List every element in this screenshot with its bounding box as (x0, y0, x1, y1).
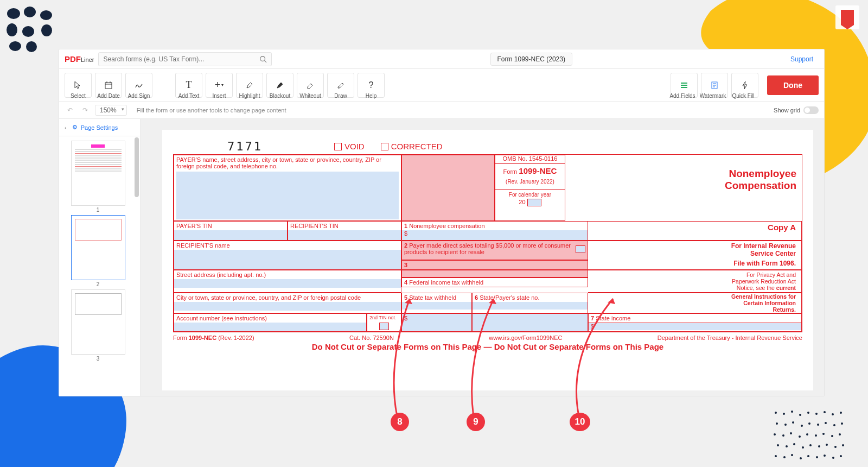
svg-point-41 (818, 445, 820, 447)
help-icon: ? (369, 80, 374, 91)
page-settings-label[interactable]: Page Settings (81, 124, 118, 131)
do-not-cut-warning: Do Not Cut or Separate Forms on This Pag… (173, 342, 802, 351)
box6-field[interactable] (473, 302, 588, 310)
svg-point-26 (841, 422, 843, 425)
tool-whiteout[interactable] (297, 73, 324, 98)
tool-watermark[interactable] (701, 73, 728, 98)
calendar-icon (104, 80, 113, 91)
svg-point-50 (816, 456, 818, 458)
svg-point-43 (834, 446, 837, 448)
svg-rect-62 (681, 87, 687, 88)
form-title-line2: Compensation (565, 180, 796, 192)
svg-point-10 (783, 413, 785, 415)
zoom-select[interactable]: 150% (95, 105, 127, 116)
svg-point-7 (26, 41, 37, 52)
thumbnail-page-3[interactable]: 3 (71, 289, 125, 362)
bg-decoration-dots-bottomright (770, 407, 852, 467)
svg-point-51 (824, 455, 826, 457)
watermark-icon (710, 80, 719, 91)
copy-a-line2: Service Center (590, 250, 796, 257)
plus-icon: +▾ (215, 80, 224, 91)
tool-add-text[interactable]: T (175, 73, 202, 98)
form-1099-grid: PAYER'S name, street address, city or to… (173, 154, 802, 332)
year-field[interactable] (527, 199, 541, 206)
tool-add-sign[interactable] (125, 73, 152, 98)
box7-label: State income (596, 315, 630, 321)
sidebar-scrollbar[interactable] (135, 137, 139, 197)
2nd-tin-checkbox[interactable] (379, 323, 389, 330)
svg-point-2 (40, 10, 52, 20)
box1-field[interactable]: $ (402, 230, 588, 240)
2nd-tin-label: 2nd TIN not. (369, 315, 399, 320)
toggle-switch[interactable] (803, 106, 819, 114)
form-title-line1: Nonemployee (565, 168, 796, 180)
box6-field-2[interactable] (472, 313, 588, 332)
svg-point-49 (807, 455, 809, 457)
box5-field-2[interactable]: $ (401, 313, 472, 332)
tool-add-date[interactable] (95, 73, 122, 98)
corrected-checkbox[interactable] (381, 143, 388, 150)
svg-point-1 (24, 7, 36, 17)
svg-point-38 (793, 443, 795, 445)
redo-button[interactable]: ↷ (80, 105, 91, 116)
tool-highlight[interactable] (236, 73, 263, 98)
search-icon[interactable] (259, 55, 267, 65)
street-field[interactable] (174, 279, 401, 288)
svg-point-35 (839, 433, 841, 436)
thumb-1-number: 1 (71, 207, 125, 213)
thumbnail-page-2[interactable]: 2 (71, 215, 125, 287)
show-grid-label: Show grid (774, 107, 800, 113)
copy-a-heading: Copy A (590, 223, 796, 232)
collapse-sidebar-button[interactable]: ‹ (62, 124, 69, 131)
payer-tin-label: PAYER'S TIN (176, 223, 285, 229)
city-label: City or town, state or province, country… (176, 294, 399, 301)
svg-point-16 (832, 413, 834, 415)
svg-point-31 (806, 433, 808, 436)
tool-add-fields[interactable] (671, 73, 698, 98)
void-checkbox[interactable] (334, 143, 342, 150)
page-settings-icon: ⚙ (72, 124, 78, 131)
svg-point-14 (815, 413, 818, 415)
done-button[interactable]: Done (767, 75, 819, 95)
doc-title[interactable]: Form 1099-NEC (2023) (490, 53, 572, 66)
city-field[interactable] (174, 302, 401, 311)
tool-draw[interactable] (327, 73, 354, 98)
recipient-name-label: RECIPIENT'S name (176, 242, 399, 249)
fields-icon (680, 80, 688, 91)
support-link[interactable]: Support (790, 55, 819, 63)
file-with-1096: File with Form 1096. (590, 260, 796, 267)
box4-label: Federal income tax withheld (409, 279, 483, 286)
payer-tin-field[interactable] (174, 230, 287, 240)
undo-button[interactable]: ↶ (65, 105, 75, 116)
svg-point-54 (260, 56, 265, 61)
recipient-tin-field[interactable] (288, 230, 401, 240)
thumbnail-page-1[interactable]: 1 (71, 141, 125, 213)
svg-point-9 (775, 412, 777, 414)
dept-treasury: Department of the Treasury - Internal Re… (658, 335, 802, 341)
account-field[interactable] (174, 323, 366, 331)
box5-field[interactable] (402, 302, 471, 310)
box7-field[interactable]: $ (589, 323, 801, 330)
recipient-name-field[interactable] (174, 250, 401, 269)
tool-insert[interactable]: +▾ (206, 73, 233, 98)
tool-quick-fill[interactable] (731, 73, 758, 98)
footer-form-num: 1099-NEC (189, 335, 216, 341)
box2-checkbox[interactable] (576, 245, 585, 253)
payer-address-field[interactable] (176, 172, 399, 219)
show-grid-toggle[interactable]: Show grid (774, 106, 819, 114)
tool-select[interactable] (65, 73, 92, 98)
svg-point-27 (774, 433, 776, 436)
search-input[interactable] (103, 53, 255, 66)
document-canvas[interactable]: 7171 VOID CORRECTED PAYER'S name, street… (141, 119, 824, 396)
payer-address-label: PAYER'S name, street address, city or to… (176, 156, 399, 169)
svg-point-5 (41, 24, 52, 36)
annotation-badge-10: 10 (570, 413, 590, 431)
tool-blackout[interactable] (266, 73, 293, 98)
calendar-year-label: For calendar year (495, 189, 565, 198)
main-area: ‹ ⚙ Page Settings 1 2 3 (59, 119, 824, 396)
tool-help[interactable]: ? (358, 73, 385, 98)
search-box[interactable] (98, 52, 272, 66)
svg-point-11 (791, 411, 793, 413)
thumbnails-sidebar: ‹ ⚙ Page Settings 1 2 3 (59, 119, 141, 396)
box6-label: State/Payer's state no. (480, 294, 539, 301)
